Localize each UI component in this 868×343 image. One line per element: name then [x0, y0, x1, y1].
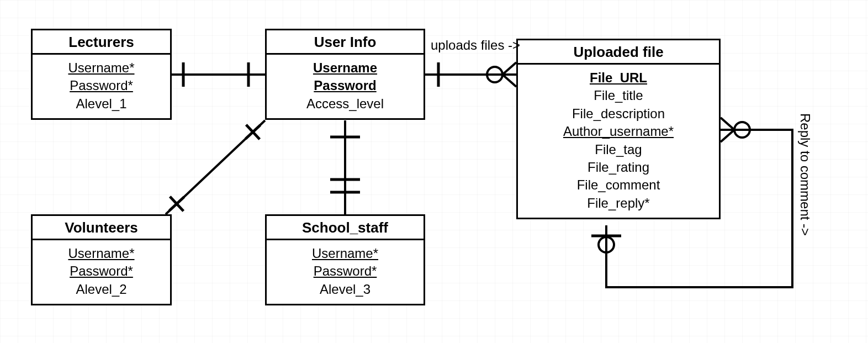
entity-attribute: File_URL — [523, 69, 713, 87]
entity-attribute: Access_level — [272, 95, 418, 113]
entity-attribute: File_title — [523, 87, 713, 104]
entity-attribute: Password* — [38, 77, 165, 94]
relationship-label-uploads: uploads files -> — [431, 38, 520, 53]
entity-attributes: File_URLFile_titleFile_descriptionAuthor… — [518, 65, 719, 218]
entity-school-staff: School_staff Username*Password*Alevel_3 — [265, 214, 425, 305]
svg-line-15 — [246, 125, 260, 139]
svg-line-19 — [721, 130, 734, 142]
entity-title: Volunteers — [33, 216, 170, 240]
entity-attribute: Alevel_2 — [38, 281, 165, 298]
entity-attribute: File_tag — [523, 141, 713, 159]
entity-user-info: User Info UsernamePasswordAccess_level — [265, 29, 425, 120]
entity-attribute: Username* — [38, 59, 165, 77]
entity-attribute: Author_username* — [523, 123, 713, 140]
svg-line-13 — [170, 197, 184, 211]
entity-attribute: Alevel_3 — [272, 281, 418, 298]
entity-attribute: Password* — [38, 262, 165, 280]
entity-attribute: Username* — [272, 245, 418, 262]
svg-point-20 — [599, 237, 614, 252]
svg-line-6 — [502, 62, 516, 75]
svg-line-14 — [170, 197, 184, 211]
entity-attribute: File_reply* — [523, 194, 713, 212]
svg-line-16 — [246, 125, 260, 139]
entity-attribute: File_comment — [523, 176, 713, 194]
entity-attribute: File_description — [523, 105, 713, 123]
svg-line-7 — [502, 75, 516, 87]
entity-lecturers: Lecturers Username*Password*Alevel_1 — [31, 29, 172, 120]
entity-attributes: Username*Password*Alevel_2 — [33, 240, 170, 304]
entity-title: Uploaded file — [518, 40, 719, 65]
entity-attributes: Username*Password*Alevel_3 — [267, 240, 424, 304]
svg-line-12 — [166, 120, 265, 214]
entity-attribute: Username* — [38, 245, 165, 262]
svg-line-18 — [721, 118, 734, 130]
entity-attribute: Username — [272, 59, 418, 77]
entity-title: Lecturers — [33, 30, 170, 55]
entity-attribute: Alevel_1 — [38, 95, 165, 113]
svg-point-17 — [734, 122, 750, 138]
relationship-label-reply: Reply to comment -> — [797, 113, 813, 236]
entity-attribute: Password* — [272, 262, 418, 280]
entity-attributes: UsernamePasswordAccess_level — [267, 55, 424, 118]
entity-attributes: Username*Password*Alevel_1 — [33, 55, 170, 118]
entity-attribute: File_rating — [523, 159, 713, 176]
entity-uploaded-file: Uploaded file File_URLFile_titleFile_des… — [516, 39, 721, 219]
svg-point-5 — [487, 67, 502, 82]
entity-title: School_staff — [267, 216, 424, 240]
entity-title: User Info — [267, 30, 424, 55]
entity-attribute: Password — [272, 77, 418, 94]
entity-volunteers: Volunteers Username*Password*Alevel_2 — [31, 214, 172, 305]
